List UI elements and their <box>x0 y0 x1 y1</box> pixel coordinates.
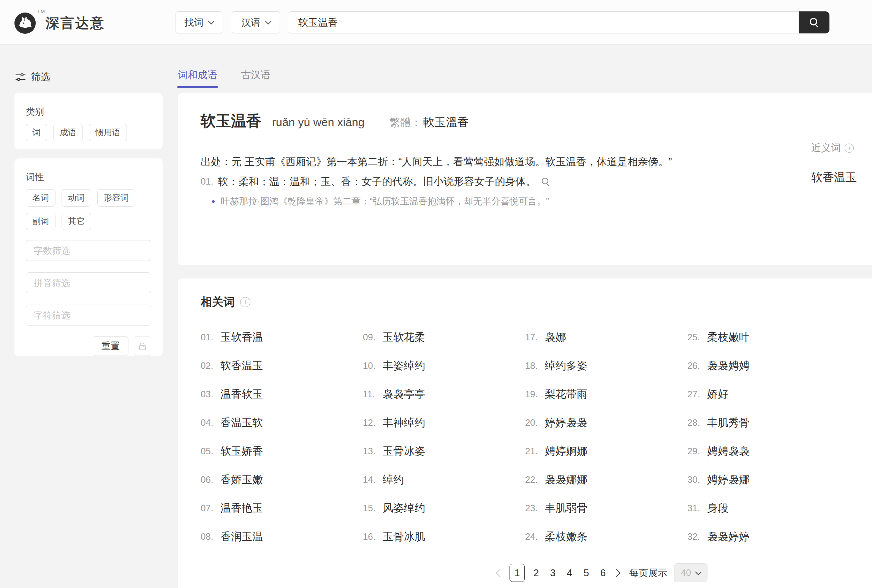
related-word-item[interactable]: 12. 丰神绰约 <box>363 416 525 430</box>
pagination-page[interactable]: 6 <box>598 567 608 579</box>
traditional-label: 繁體： <box>390 115 422 130</box>
related-word-text: 玉软花柔 <box>383 330 425 345</box>
related-word-text: 温香艳玉 <box>220 501 263 515</box>
filter-pill[interactable]: 惯用语 <box>89 124 127 141</box>
filter-pill[interactable]: 动词 <box>62 189 91 207</box>
filter-pill[interactable]: 词 <box>26 124 47 141</box>
related-word-item[interactable]: 19. 梨花带雨 <box>525 387 687 401</box>
chevron-right-icon <box>612 569 620 577</box>
related-word-item[interactable]: 07. 温香艳玉 <box>201 501 363 515</box>
filter-pill[interactable]: 副词 <box>26 213 55 230</box>
related-word-item[interactable]: 23. 丰肌弱骨 <box>525 501 687 515</box>
pos-filter-card: 词性 名词 动词 形容词 副词 其它 重置 <box>14 158 163 356</box>
related-word-index: 10. <box>363 360 383 371</box>
related-header: 相关词 <box>201 294 872 310</box>
traditional-value: 軟玉溫香 <box>423 115 469 130</box>
related-word-item[interactable]: 09. 玉软花柔 <box>363 330 525 345</box>
related-word-item[interactable]: 26. 袅袅娉娉 <box>687 359 850 373</box>
pagination-page[interactable]: 3 <box>548 567 557 579</box>
related-word-item[interactable]: 32. 袅袅婷婷 <box>687 530 850 544</box>
related-word-text: 娇好 <box>707 387 728 401</box>
pagination-page[interactable]: 5 <box>582 567 591 579</box>
word-title: 软玉温香 <box>201 111 261 131</box>
per-page-select[interactable]: 40 <box>674 563 707 582</box>
reset-button[interactable]: 重置 <box>93 336 128 356</box>
related-word-text: 绰约多姿 <box>545 359 587 373</box>
related-word-item[interactable]: 05. 软玉娇香 <box>201 444 363 458</box>
related-word-item[interactable]: 06. 香娇玉嫩 <box>201 473 363 487</box>
chevron-left-icon <box>496 569 504 577</box>
related-word-item[interactable]: 17. 袅娜 <box>525 330 687 345</box>
related-word-item[interactable]: 02. 软香温玉 <box>201 359 363 373</box>
definition-number: 01. <box>201 176 213 187</box>
related-word-item[interactable]: 01. 玉软香温 <box>201 330 363 345</box>
filter-pill[interactable]: 其它 <box>62 213 91 230</box>
related-word-item[interactable]: 29. 娉娉袅袅 <box>687 444 850 458</box>
category-filter-card: 类别 词 成语 惯用语 <box>14 93 163 149</box>
language-select[interactable]: 汉语 <box>232 11 280 33</box>
definition-text: 软：柔和；温：温和；玉、香：女子的代称。旧小说形容女子的身体。 <box>218 175 536 188</box>
related-word-index: 22. <box>525 474 545 485</box>
info-icon[interactable] <box>845 144 854 153</box>
tab[interactable]: 词和成语 <box>178 68 217 88</box>
pagination-page[interactable]: 4 <box>565 567 574 579</box>
related-word-text: 软香温玉 <box>220 359 263 373</box>
pinyin-filter-input[interactable] <box>26 272 151 293</box>
related-word-item[interactable]: 10. 丰姿绰约 <box>363 359 525 373</box>
tab[interactable]: 古汉语 <box>241 68 271 88</box>
related-word-text: 丰肌弱骨 <box>545 501 587 515</box>
related-word-item[interactable]: 18. 绰约多姿 <box>525 359 687 373</box>
related-word-item[interactable]: 04. 香温玉软 <box>201 416 363 430</box>
related-word-item[interactable]: 08. 香润玉温 <box>201 530 363 544</box>
related-word-item[interactable]: 15. 风姿绰约 <box>363 501 525 515</box>
pagination: 1 2 3 4 5 6 每页展示 40 <box>497 563 707 583</box>
related-word-item[interactable]: 25. 柔枝嫩叶 <box>687 330 850 345</box>
logo[interactable]: TM 深言达意 <box>14 13 105 34</box>
related-word-index: 13. <box>363 446 383 457</box>
related-word-item[interactable]: 28. 丰肌秀骨 <box>687 416 850 430</box>
related-word-item[interactable]: 16. 玉骨冰肌 <box>363 530 525 544</box>
related-word-text: 身段 <box>707 501 728 515</box>
pagination-prev-button[interactable] <box>497 570 503 576</box>
search-button[interactable] <box>799 11 829 33</box>
related-word-index: 12. <box>363 417 383 428</box>
category-label: 类别 <box>26 106 151 118</box>
related-word-item[interactable]: 22. 袅袅娜娜 <box>525 473 687 487</box>
filter-pill[interactable]: 成语 <box>53 124 83 141</box>
related-word-item[interactable]: 30. 娉婷袅娜 <box>687 473 850 487</box>
related-word-item[interactable]: 31. 身段 <box>687 501 850 515</box>
search-input[interactable] <box>289 11 799 33</box>
related-word-item[interactable]: 27. 娇好 <box>687 387 850 401</box>
lock-button[interactable] <box>134 336 151 356</box>
character-filter-input[interactable] <box>26 305 151 326</box>
related-word-item[interactable]: 24. 柔枝嫩条 <box>525 530 687 544</box>
pagination-next-button[interactable] <box>614 570 619 576</box>
filter-pill[interactable]: 形容词 <box>97 189 135 207</box>
related-word-item[interactable]: 21. 娉婷婀娜 <box>525 444 687 458</box>
related-word-index: 16. <box>363 531 383 542</box>
synonym-word[interactable]: 软香温玉 <box>811 170 872 185</box>
related-word-item[interactable]: 13. 玉骨冰姿 <box>363 444 525 458</box>
related-word-index: 29. <box>687 446 707 457</box>
filter-pill[interactable]: 名词 <box>26 189 55 207</box>
related-word-index: 25. <box>687 332 707 343</box>
related-word-index: 24. <box>525 531 545 542</box>
search-mode-select[interactable]: 找词 <box>176 11 222 33</box>
related-word-text: 袅袅亭亭 <box>383 387 425 401</box>
related-word-index: 30. <box>687 474 707 485</box>
info-icon[interactable] <box>240 297 250 307</box>
pagination-page[interactable]: 1 <box>510 564 525 582</box>
related-word-item[interactable]: 11. 袅袅亭亭 <box>363 387 525 401</box>
related-word-item[interactable]: 03. 温香软玉 <box>201 387 363 401</box>
pagination-page[interactable]: 2 <box>532 567 541 579</box>
filter-header: 筛选 <box>15 70 51 84</box>
related-word-text: 丰姿绰约 <box>383 359 425 373</box>
definition-search-icon[interactable] <box>542 177 550 186</box>
char-count-filter-input[interactable] <box>26 240 151 261</box>
result-tabs: 词和成语 古汉语 <box>178 68 271 88</box>
related-word-item[interactable]: 20. 婷婷袅袅 <box>525 416 687 430</box>
related-word-text: 香温玉软 <box>220 416 263 430</box>
related-word-item[interactable]: 14. 绰约 <box>363 473 525 487</box>
related-word-index: 15. <box>363 503 383 514</box>
related-word-text: 袅袅娜娜 <box>545 473 587 487</box>
